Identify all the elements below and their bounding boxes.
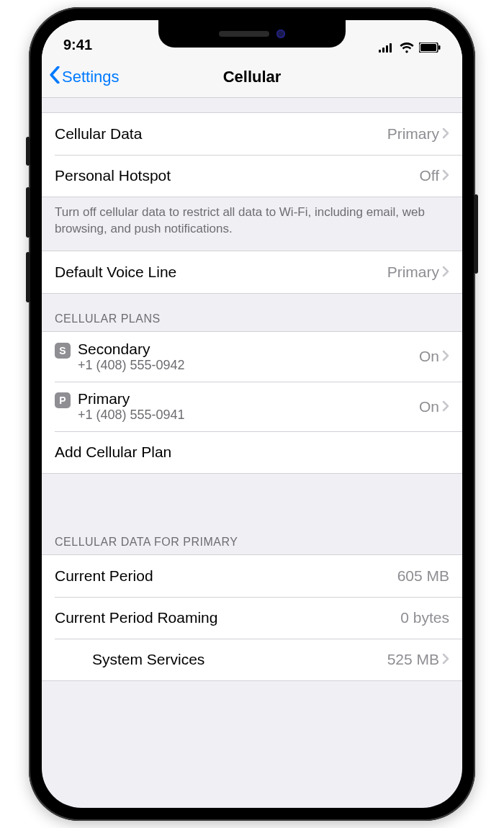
speaker-grille [219, 31, 269, 37]
cellular-signal-icon [379, 42, 395, 53]
chevron-right-icon [442, 264, 449, 281]
svg-rect-2 [386, 45, 388, 53]
page-title: Cellular [223, 68, 282, 86]
phone-frame: 9:41 Settings Cellular [29, 7, 475, 821]
section-header-data-usage: CELLULAR DATA FOR PRIMARY [42, 517, 462, 554]
screen: 9:41 Settings Cellular [42, 20, 462, 808]
chevron-right-icon [442, 167, 449, 184]
row-current-period-roaming: Current Period Roaming 0 bytes [42, 597, 462, 639]
svg-rect-6 [438, 45, 441, 50]
wifi-icon [399, 42, 415, 53]
back-button[interactable]: Settings [49, 56, 120, 97]
volume-down-button [26, 252, 30, 302]
group-footer: Turn off cellular data to restrict all d… [42, 197, 462, 251]
row-value: 525 MB [387, 651, 442, 668]
row-label: Personal Hotspot [55, 167, 171, 184]
group-cellular-top: Cellular Data Primary Personal Hotspot O… [42, 112, 462, 197]
group-data-usage: Current Period 605 MB Current Period Roa… [42, 554, 462, 681]
status-time: 9:41 [63, 37, 92, 53]
row-label: Current Period [55, 567, 153, 585]
chevron-right-icon [442, 398, 449, 415]
plan-name: Secondary [78, 341, 185, 358]
row-label: Cellular Data [55, 125, 142, 143]
row-label: System Services [92, 651, 204, 668]
back-label: Settings [62, 68, 120, 86]
row-value: Primary [387, 264, 442, 281]
plan-status: On [419, 398, 442, 415]
volume-up-button [26, 187, 30, 238]
settings-list: Cellular Data Primary Personal Hotspot O… [42, 98, 462, 681]
row-plan-secondary[interactable]: S Secondary +1 (408) 555-0942 On [42, 332, 462, 382]
svg-rect-3 [390, 43, 392, 53]
row-system-services[interactable]: System Services 525 MB [42, 639, 462, 680]
row-default-voice-line[interactable]: Default Voice Line Primary [42, 251, 462, 293]
plan-status: On [419, 348, 442, 365]
front-camera [276, 30, 285, 38]
row-label: Current Period Roaming [55, 609, 217, 626]
plan-phone: +1 (408) 555-0942 [78, 358, 185, 373]
row-current-period: Current Period 605 MB [42, 555, 462, 597]
add-plan-label: Add Cellular Plan [55, 444, 171, 461]
plan-name: Primary [78, 390, 185, 408]
chevron-right-icon [442, 651, 449, 668]
nav-bar: Settings Cellular [42, 56, 462, 98]
row-personal-hotspot[interactable]: Personal Hotspot Off [42, 155, 462, 197]
group-default-voice: Default Voice Line Primary [42, 251, 462, 294]
chevron-right-icon [442, 125, 449, 143]
notch [158, 20, 346, 48]
row-plan-primary[interactable]: P Primary +1 (408) 555-0941 On [42, 382, 462, 431]
group-cellular-plans: S Secondary +1 (408) 555-0942 On P [42, 331, 462, 474]
row-value: Primary [387, 125, 442, 143]
row-value: 0 bytes [400, 609, 449, 626]
silent-switch [26, 137, 30, 166]
row-label: Default Voice Line [55, 264, 176, 281]
chevron-left-icon [49, 66, 62, 88]
section-header-plans: CELLULAR PLANS [42, 294, 462, 331]
side-button [474, 194, 478, 274]
svg-rect-0 [379, 50, 381, 53]
plan-phone: +1 (408) 555-0941 [78, 408, 185, 423]
plan-badge-icon: P [55, 392, 71, 408]
row-value: 605 MB [397, 567, 449, 585]
svg-rect-5 [420, 44, 436, 51]
chevron-right-icon [442, 348, 449, 365]
row-value: Off [419, 167, 442, 184]
plan-badge-icon: S [55, 343, 71, 359]
row-add-cellular-plan[interactable]: Add Cellular Plan [42, 431, 462, 473]
row-cellular-data[interactable]: Cellular Data Primary [42, 113, 462, 155]
battery-icon [419, 42, 441, 53]
svg-rect-1 [382, 48, 384, 53]
